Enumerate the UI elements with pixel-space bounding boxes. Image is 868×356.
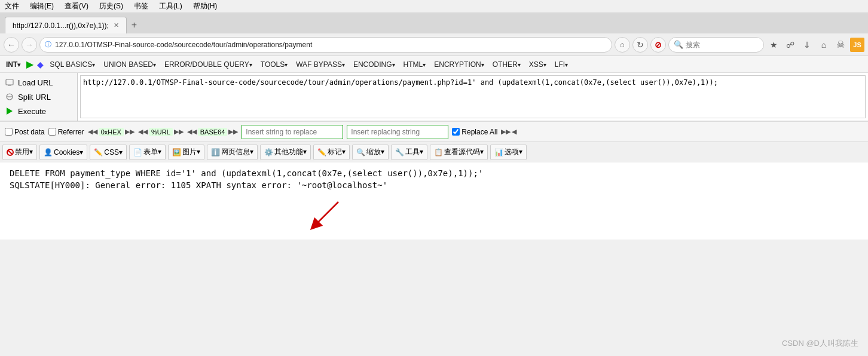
menu-file[interactable]: 文件	[2, 0, 22, 13]
replace-right-arrow: ◀	[512, 128, 516, 136]
css-btn[interactable]: ✏️ CSS▾	[90, 145, 127, 160]
mark-icon: ✏️	[317, 148, 326, 156]
output-area: DELETE FROM payment_type WHERE id='1' an…	[0, 162, 868, 240]
view-source-icon: 📋	[434, 148, 443, 156]
sidebar-split-url[interactable]: Split URL	[0, 90, 77, 104]
hex-right-arrow: ▶▶	[125, 128, 135, 136]
url-box: ⓘ 127.0.0.1/OTMSP-Final-source-code/sour…	[39, 37, 612, 53]
page-info-btn[interactable]: ℹ️ 网页信息▾	[207, 145, 258, 160]
mark-btn[interactable]: ✏️ 标记▾	[313, 145, 350, 160]
refresh-button[interactable]: ↻	[632, 37, 648, 53]
address-bar: ← → ⓘ 127.0.0.1/OTMSP-Final-source-code/…	[0, 33, 868, 56]
cookies-icon: 👤	[44, 148, 53, 156]
menu-edit[interactable]: 编辑(E)	[27, 0, 56, 13]
replace-all-checkbox[interactable]	[452, 128, 460, 136]
css-icon: ✏️	[94, 148, 103, 156]
waf-bypass-menu[interactable]: WAF BYPASS	[294, 60, 347, 69]
disable-btn[interactable]: 禁用▾	[2, 145, 37, 160]
base64-label[interactable]: BASE64	[198, 128, 228, 136]
error-double-query-menu[interactable]: ERROR/DOUBLE QUERY	[162, 60, 255, 69]
replace-all-label[interactable]: Replace All	[452, 128, 497, 136]
other-func-btn[interactable]: ⚙️ 其他功能▾	[260, 145, 311, 160]
form-icon: 📄	[133, 148, 142, 156]
home-icon[interactable]: ⌂	[615, 37, 630, 53]
hex-label[interactable]: 0xHEX	[99, 128, 124, 136]
arrow-annotation	[297, 196, 858, 234]
home2-icon[interactable]: ⌂	[817, 38, 831, 52]
insert-string-input[interactable]	[242, 125, 343, 139]
other-menu[interactable]: OTHER	[490, 60, 523, 69]
referrer-checkbox[interactable]	[48, 128, 56, 136]
sidebar: Load URL Split URL Execute	[0, 73, 78, 121]
ext-toolbar: 禁用▾ 👤 Cookies▾ ✏️ CSS▾ 📄 表单▾ 🖼️ 图片▾ ℹ️ 网…	[0, 142, 868, 162]
zoom-btn[interactable]: 🔍 缩放▾	[352, 145, 389, 160]
sidebar-url-section: Load URL Split URL Execute http://127.0.…	[0, 73, 868, 121]
insert-replacing-input[interactable]	[347, 125, 448, 139]
tools-menu[interactable]: TOOLS	[258, 60, 290, 69]
info-icon: ⓘ	[45, 40, 51, 49]
js-badge: JS	[850, 38, 864, 52]
sidebar-execute[interactable]: Execute	[0, 104, 77, 118]
stop-button[interactable]: ⊘	[650, 37, 666, 53]
encryption-menu[interactable]: ENCRYPTION	[432, 60, 486, 69]
other-func-icon: ⚙️	[264, 148, 273, 156]
download-icon[interactable]: ⇓	[800, 38, 814, 52]
split-url-label: Split URL	[18, 93, 51, 102]
menu-help[interactable]: 帮助(H)	[191, 0, 220, 13]
html-menu[interactable]: HTML	[401, 60, 429, 69]
tab-bar: http://127.0.0.1...r()),0x7e),1)); ✕ +	[0, 13, 868, 33]
int-toolbar: INT ▶ ◆ SQL BASICS UNION BASED ERROR/DOU…	[0, 56, 868, 73]
form-btn[interactable]: 📄 表单▾	[129, 145, 166, 160]
reader-icon[interactable]: ☍	[783, 38, 797, 52]
url-display: 127.0.0.1/OTMSP-Final-source-code/source…	[55, 41, 607, 49]
menu-view[interactable]: 查看(V)	[62, 0, 91, 13]
union-based-menu[interactable]: UNION BASED	[101, 60, 158, 69]
tab-close-icon[interactable]: ✕	[114, 22, 119, 29]
green-dot-icon[interactable]: ▶	[26, 59, 33, 70]
watermark: CSDN @D人叫我陈生	[782, 338, 858, 349]
page-info-icon: ℹ️	[211, 148, 220, 156]
blue-dot-icon[interactable]: ◆	[37, 60, 44, 69]
output-line-1: DELETE FROM payment_type WHERE id='1' an…	[10, 168, 858, 178]
menu-history[interactable]: 历史(S)	[97, 0, 126, 13]
red-arrow-svg	[297, 196, 356, 232]
int-label[interactable]: INT	[4, 60, 23, 69]
new-tab-button[interactable]: +	[127, 17, 142, 33]
tools-icon: 🔧	[395, 148, 404, 156]
back-button[interactable]: ←	[4, 37, 19, 53]
search-box: 🔍	[668, 37, 764, 53]
lfi-menu[interactable]: LFI	[552, 60, 570, 69]
hex-encode-group: ◀◀ 0xHEX ▶▶	[88, 128, 135, 136]
url-right-arrow: ▶▶	[174, 128, 184, 136]
referrer-label[interactable]: Referrer	[48, 128, 84, 136]
options-btn[interactable]: 📊 选项▾	[490, 145, 527, 160]
image-btn[interactable]: 🖼️ 图片▾	[168, 145, 204, 160]
url-encode-group: ◀◀ %URL ▶▶	[138, 128, 184, 136]
base64-encode-group: ◀◀ BASE64 ▶▶	[187, 128, 239, 136]
menu-tools[interactable]: 工具(L)	[157, 0, 185, 13]
cookies-btn[interactable]: 👤 Cookies▾	[39, 145, 87, 160]
active-tab[interactable]: http://127.0.0.1...r()),0x7e),1)); ✕	[5, 17, 127, 33]
forward-button[interactable]: →	[22, 37, 37, 53]
image-icon: 🖼️	[172, 148, 181, 156]
hex-left-arrow: ◀◀	[88, 128, 97, 136]
encoding-menu[interactable]: ENCODING	[351, 60, 398, 69]
search-input[interactable]	[686, 41, 759, 49]
xss-menu[interactable]: XSS	[527, 60, 549, 69]
search-icon: 🔍	[674, 40, 683, 49]
account-icon[interactable]: ☠	[833, 38, 848, 52]
sql-basics-menu[interactable]: SQL BASICS	[47, 60, 97, 69]
url-textarea[interactable]: http://127.0.0.1/OTMSP-Final-source-code…	[80, 75, 866, 118]
browser-window: 文件 编辑(E) 查看(V) 历史(S) 书签 工具(L) 帮助(H) http…	[0, 0, 868, 240]
view-source-btn[interactable]: 📋 查看源代码▾	[430, 145, 488, 160]
execute-icon	[5, 106, 14, 116]
post-data-label[interactable]: Post data	[5, 128, 45, 136]
menu-bar: 文件 编辑(E) 查看(V) 历史(S) 书签 工具(L) 帮助(H)	[0, 0, 868, 13]
post-data-checkbox[interactable]	[5, 128, 13, 136]
bookmark-star-icon[interactable]: ★	[766, 38, 781, 52]
tools-btn[interactable]: 🔧 工具▾	[391, 145, 427, 160]
split-url-icon	[5, 92, 14, 102]
menu-bookmarks[interactable]: 书签	[132, 0, 151, 13]
url-label[interactable]: %URL	[149, 128, 173, 136]
sidebar-load-url[interactable]: Load URL	[0, 75, 77, 90]
